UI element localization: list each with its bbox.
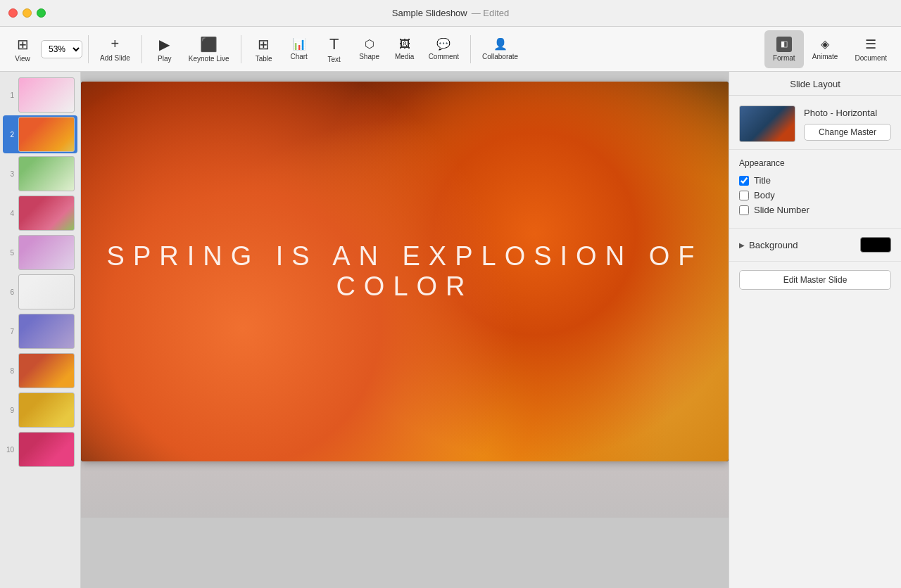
appearance-section: Appearance Title Body Slide Number [729,150,901,229]
slide-num-5: 5 [6,249,14,257]
keynote-live-button[interactable]: ⬛ Keynote Live [183,30,235,68]
slide-thumb-5 [18,235,75,270]
slide-num-4: 4 [6,210,14,217]
slide-number-checkbox-label[interactable]: Slide Number [754,205,809,215]
format-tab-button[interactable]: ◧ Format [764,30,804,68]
animate-tab-button[interactable]: ◈ Animate [804,30,847,68]
view-button[interactable]: ⊞ View [6,30,39,68]
slide-num-3: 3 [6,170,14,178]
slide-item[interactable]: 6 [3,273,77,311]
change-master-button[interactable]: Change Master [804,124,891,141]
minimize-button[interactable] [23,8,32,18]
animate-tab-icon: ◈ [821,37,829,51]
media-icon: 🖼 [399,38,410,51]
comment-icon: 💬 [436,37,450,51]
format-tabs: ◧ Format ◈ Animate ☰ Document [764,30,895,68]
shape-icon: ⬡ [365,37,374,51]
title-checkbox-label[interactable]: Title [754,175,771,186]
view-group: ⊞ View 53% [6,30,82,68]
view-icon: ⊞ [17,36,29,53]
titlebar: Sample Slideshow — Edited [0,0,901,27]
media-button[interactable]: 🖼 Media [388,30,422,68]
fullscreen-button[interactable] [37,8,46,18]
chart-label: Chart [290,53,307,60]
canvas-area[interactable]: SPRING IS AN EXPLOSION OF COLOR [81,72,729,588]
slide-thumb-4 [18,196,75,231]
document-tab-icon: ☰ [865,37,876,52]
canvas-lower-area [81,461,729,518]
chart-button[interactable]: 📊 Chart [282,30,316,68]
slide-num-10: 10 [6,446,14,454]
play-button[interactable]: ▶ Play [148,30,182,68]
close-button[interactable] [8,8,18,18]
sep-2 [141,35,142,63]
play-icon: ▶ [159,36,170,53]
slide-item[interactable]: 7 [3,312,77,350]
slide-panel: 1 2 3 4 5 6 7 8 [0,72,81,588]
background-left: ▶ Background [739,240,798,250]
window-title: Sample Slideshow [392,8,467,18]
slide-item[interactable]: 10 [3,430,77,468]
keynote-live-icon: ⬛ [200,36,218,53]
slide-thumb-6 [18,274,75,309]
table-label: Table [256,55,272,63]
slide-item[interactable]: 4 [3,194,77,232]
add-slide-icon: + [111,36,120,52]
slide-item[interactable]: 3 [3,155,77,193]
slide-num-7: 7 [6,328,14,335]
main-content: 1 2 3 4 5 6 7 8 [0,72,901,588]
comment-button[interactable]: 💬 Comment [423,30,465,68]
title-checkbox[interactable] [739,176,749,186]
slide-item[interactable]: 1 [3,76,77,114]
slide-item[interactable]: 5 [3,234,77,271]
add-slide-label: Add Slide [100,54,130,62]
collaborate-button[interactable]: 👤 Collaborate [477,30,524,68]
table-button[interactable]: ⊞ Table [247,30,281,68]
slide-thumb-9 [18,392,75,428]
sep-4 [470,35,471,63]
slide-thumb-1 [18,77,75,113]
edit-master-slide-button[interactable]: Edit Master Slide [739,270,891,290]
chevron-right-icon: ▶ [739,241,745,249]
body-checkbox[interactable] [739,191,749,200]
traffic-lights [8,8,46,18]
slide-main-text: SPRING IS AN EXPLOSION OF COLOR [81,241,729,302]
slide-number-checkbox[interactable] [739,205,749,215]
body-checkbox-row: Body [739,190,891,200]
format-tab-label: Format [773,54,795,62]
slide-num-2: 2 [6,131,14,139]
background-section[interactable]: ▶ Background [729,229,901,262]
text-icon: T [329,35,339,53]
slide-thumb-3 [18,156,75,191]
add-slide-button[interactable]: + Add Slide [94,30,136,68]
play-label: Play [158,55,171,63]
animate-tab-label: Animate [812,53,838,60]
slide-num-8: 8 [6,367,14,375]
shape-label: Shape [359,53,379,60]
layout-thumbnail [739,106,795,142]
title-checkbox-row: Title [739,175,891,186]
appearance-label: Appearance [739,158,891,168]
slide-num-1: 1 [6,91,14,99]
zoom-select[interactable]: 53% [41,40,82,58]
toolbar: ⊞ View 53% + Add Slide ▶ Play ⬛ Keynote … [0,27,901,72]
background-color-swatch[interactable] [860,237,891,253]
slide-thumb-7 [18,314,75,349]
background-row[interactable]: ▶ Background [739,237,891,253]
collaborate-icon: 👤 [493,37,508,51]
table-icon: ⊞ [258,36,270,53]
slide-item[interactable]: 9 [3,391,77,429]
slide-canvas[interactable]: SPRING IS AN EXPLOSION OF COLOR [81,82,729,461]
body-checkbox-label[interactable]: Body [754,190,775,200]
layout-info: Photo - Horizontal Change Master [804,108,891,141]
slide-num-9: 9 [6,407,14,414]
text-label: Text [327,56,340,63]
document-tab-button[interactable]: ☰ Document [846,30,895,68]
shape-button[interactable]: ⬡ Shape [353,30,386,68]
view-label: View [15,55,30,63]
slide-item[interactable]: 2 [3,115,77,153]
text-button[interactable]: T Text [317,30,351,68]
media-label: Media [395,53,414,60]
slide-item[interactable]: 8 [3,352,77,390]
collaborate-label: Collaborate [482,53,518,60]
